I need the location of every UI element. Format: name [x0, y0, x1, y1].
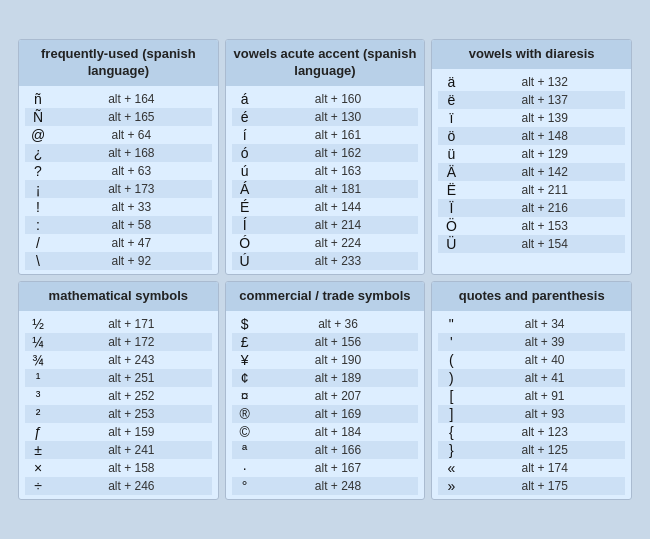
- alt-code: alt + 224: [258, 236, 419, 250]
- alt-code: alt + 162: [258, 146, 419, 160]
- symbol: ¡: [25, 181, 51, 197]
- table-row: ¹alt + 251: [25, 369, 212, 387]
- symbol: (: [438, 352, 464, 368]
- symbol: ñ: [25, 91, 51, 107]
- symbol: ®: [232, 406, 258, 422]
- symbol: ü: [438, 146, 464, 162]
- alt-code: alt + 93: [464, 407, 625, 421]
- alt-code: alt + 248: [258, 479, 419, 493]
- section-quotes: quotes and parenthesis"alt + 34'alt + 39…: [431, 281, 632, 500]
- table-row: 'alt + 39: [438, 333, 625, 351]
- section-body-frequently-used: ñalt + 164Ñalt + 165@alt + 64¿alt + 168?…: [19, 86, 218, 274]
- section-header-commercial: commercial / trade symbols: [226, 282, 425, 311]
- section-body-quotes: "alt + 34'alt + 39(alt + 40)alt + 41[alt…: [432, 311, 631, 499]
- alt-code: alt + 243: [51, 353, 212, 367]
- symbol: Ï: [438, 200, 464, 216]
- alt-code: alt + 92: [51, 254, 212, 268]
- table-row: Üalt + 154: [438, 235, 625, 253]
- alt-code: alt + 41: [464, 371, 625, 385]
- symbol: Ö: [438, 218, 464, 234]
- alt-code: alt + 163: [258, 164, 419, 178]
- symbol: ¢: [232, 370, 258, 386]
- alt-code: alt + 175: [464, 479, 625, 493]
- alt-code: alt + 34: [464, 317, 625, 331]
- symbol: ]: [438, 406, 464, 422]
- table-row: ?alt + 63: [25, 162, 212, 180]
- table-row: »alt + 175: [438, 477, 625, 495]
- alt-code: alt + 125: [464, 443, 625, 457]
- symbol: ú: [232, 163, 258, 179]
- table-row: úalt + 163: [232, 162, 419, 180]
- symbol: ': [438, 334, 464, 350]
- alt-code: alt + 211: [464, 183, 625, 197]
- section-header-vowels-diaresis: vowels with diaresis: [432, 40, 631, 69]
- table-row: )alt + 41: [438, 369, 625, 387]
- symbol: ?: [25, 163, 51, 179]
- symbol: ¥: [232, 352, 258, 368]
- symbol: ¤: [232, 388, 258, 404]
- table-row: «alt + 174: [438, 459, 625, 477]
- symbol: $: [232, 316, 258, 332]
- symbol: ó: [232, 145, 258, 161]
- table-row: [alt + 91: [438, 387, 625, 405]
- symbol: !: [25, 199, 51, 215]
- symbol: Ó: [232, 235, 258, 251]
- symbol: ½: [25, 316, 51, 332]
- alt-code: alt + 241: [51, 443, 212, 457]
- symbol: Ú: [232, 253, 258, 269]
- table-row: $alt + 36: [232, 315, 419, 333]
- section-body-vowels-diaresis: äalt + 132ëalt + 137ïalt + 139öalt + 148…: [432, 69, 631, 257]
- symbol: ¼: [25, 334, 51, 350]
- table-row: ±alt + 241: [25, 441, 212, 459]
- table-row: ¾alt + 243: [25, 351, 212, 369]
- alt-code: alt + 189: [258, 371, 419, 385]
- alt-code: alt + 159: [51, 425, 212, 439]
- alt-code: alt + 172: [51, 335, 212, 349]
- alt-code: alt + 184: [258, 425, 419, 439]
- symbol: }: [438, 442, 464, 458]
- table-row: :alt + 58: [25, 216, 212, 234]
- symbol: í: [232, 127, 258, 143]
- table-row: ¢alt + 189: [232, 369, 419, 387]
- table-row: ¼alt + 172: [25, 333, 212, 351]
- sections-grid: frequently-used (spanish language)ñalt +…: [18, 39, 632, 500]
- symbol: Ü: [438, 236, 464, 252]
- table-row: ëalt + 137: [438, 91, 625, 109]
- symbol: Á: [232, 181, 258, 197]
- symbol: Ä: [438, 164, 464, 180]
- table-row: ·alt + 167: [232, 459, 419, 477]
- table-row: °alt + 248: [232, 477, 419, 495]
- table-row: /alt + 47: [25, 234, 212, 252]
- table-row: Úalt + 233: [232, 252, 419, 270]
- alt-code: alt + 251: [51, 371, 212, 385]
- table-row: áalt + 160: [232, 90, 419, 108]
- section-vowels-diaresis: vowels with diaresisäalt + 132ëalt + 137…: [431, 39, 632, 275]
- table-row: éalt + 130: [232, 108, 419, 126]
- section-body-commercial: $alt + 36£alt + 156¥alt + 190¢alt + 189¤…: [226, 311, 425, 499]
- alt-code: alt + 36: [258, 317, 419, 331]
- symbol: ": [438, 316, 464, 332]
- symbol: ·: [232, 460, 258, 476]
- alt-code: alt + 190: [258, 353, 419, 367]
- table-row: ÷alt + 246: [25, 477, 212, 495]
- table-row: ³alt + 252: [25, 387, 212, 405]
- table-row: ®alt + 169: [232, 405, 419, 423]
- alt-code: alt + 40: [464, 353, 625, 367]
- alt-code: alt + 173: [51, 182, 212, 196]
- alt-code: alt + 166: [258, 443, 419, 457]
- section-body-vowels-acute: áalt + 160éalt + 130íalt + 161óalt + 162…: [226, 86, 425, 274]
- table-row: Áalt + 181: [232, 180, 419, 198]
- alt-code: alt + 168: [51, 146, 212, 160]
- table-row: Ïalt + 216: [438, 199, 625, 217]
- table-row: (alt + 40: [438, 351, 625, 369]
- section-commercial: commercial / trade symbols$alt + 36£alt …: [225, 281, 426, 500]
- symbol: á: [232, 91, 258, 107]
- symbol: ±: [25, 442, 51, 458]
- table-row: ©alt + 184: [232, 423, 419, 441]
- symbol: °: [232, 478, 258, 494]
- table-row: Öalt + 153: [438, 217, 625, 235]
- alt-code: alt + 246: [51, 479, 212, 493]
- table-row: Éalt + 144: [232, 198, 419, 216]
- symbol: {: [438, 424, 464, 440]
- alt-code: alt + 167: [258, 461, 419, 475]
